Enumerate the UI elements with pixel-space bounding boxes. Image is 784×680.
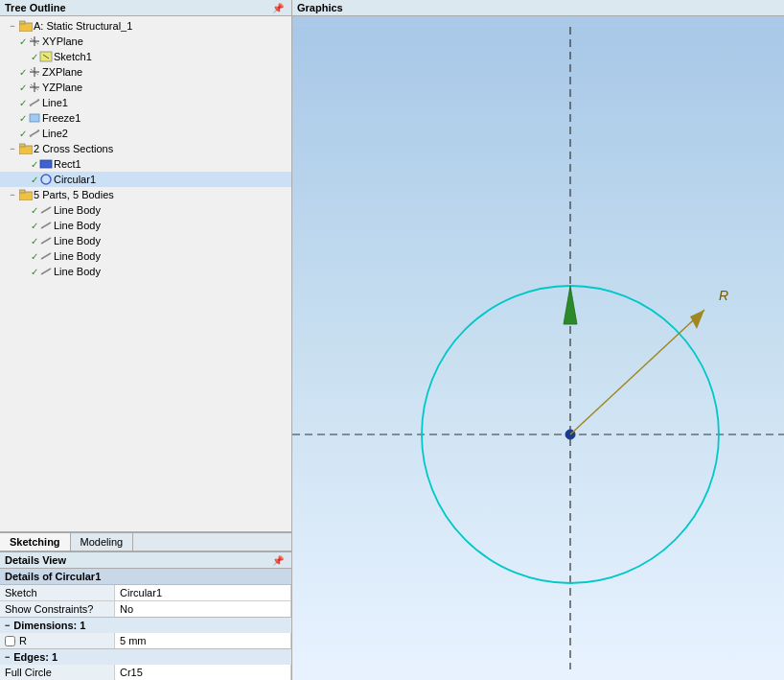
- details-panel: Details View 📌 Details of Circular1 Sket…: [0, 551, 291, 680]
- tree-label-body1: Line Body: [54, 204, 101, 216]
- svg-point-23: [41, 175, 51, 184]
- tree-item-body2[interactable]: ✓ Line Body: [0, 218, 291, 233]
- check-body4: ✓: [31, 251, 38, 262]
- tree-label-line2: Line2: [42, 128, 68, 139]
- tree-item-line1[interactable]: ✓ Line1: [0, 95, 291, 110]
- tree-label-body4: Line Body: [54, 250, 101, 262]
- graphics-svg[interactable]: R: [292, 16, 784, 680]
- line-icon-2: [27, 127, 42, 140]
- body-icon-2: [38, 219, 54, 232]
- check-body2: ✓: [31, 221, 38, 231]
- details-section-title: Details of Circular1: [0, 569, 291, 584]
- radius-label: R: [719, 288, 728, 303]
- details-edges-header[interactable]: − Edges: 1: [0, 649, 291, 665]
- tree-item-line2[interactable]: ✓ Line2: [0, 126, 291, 141]
- graphics-title: Graphics: [297, 2, 343, 13]
- tree-label-xyplane: XYPlane: [42, 35, 83, 47]
- tree-label-body2: Line Body: [54, 220, 101, 231]
- expand-edges-icon: −: [5, 652, 10, 662]
- details-header: Details View 📌: [0, 552, 291, 569]
- details-pin-btn[interactable]: 📌: [269, 555, 287, 566]
- plane-icon-yz: [27, 81, 42, 94]
- check-body1: ✓: [31, 205, 38, 216]
- svg-line-27: [41, 223, 51, 228]
- details-dimensions-header[interactable]: − Dimensions: 1: [0, 618, 291, 633]
- svg-line-29: [41, 253, 51, 259]
- svg-rect-31: [292, 27, 784, 669]
- body-icon-3: [38, 234, 54, 247]
- details-edges-label: Edges: 1: [13, 651, 58, 663]
- body-icon-4: [38, 249, 54, 263]
- details-value-constraints[interactable]: No: [115, 601, 291, 617]
- line-icon-1: [27, 96, 42, 109]
- tree-label-line1: Line1: [42, 97, 68, 108]
- svg-rect-25: [19, 190, 25, 193]
- folder-icon-crosssections: [18, 142, 34, 155]
- details-label-sketch: Sketch: [0, 585, 115, 600]
- expand-icon-parts[interactable]: −: [8, 190, 17, 199]
- tree-item-sketch1[interactable]: ✓ Sketch1: [0, 49, 291, 64]
- tree-item-crosssections[interactable]: − 2 Cross Sections: [0, 141, 291, 156]
- details-row-constraints: Show Constraints? No: [0, 601, 291, 617]
- R-checkbox[interactable]: [5, 636, 15, 646]
- tab-modeling[interactable]: Modeling: [71, 533, 134, 551]
- tree-item-freeze1[interactable]: ✓ Freeze1: [0, 110, 291, 126]
- folder-icon-root: [18, 19, 34, 33]
- tree-item-body3[interactable]: ✓ Line Body: [0, 233, 291, 248]
- graphics-header: Graphics: [292, 0, 784, 16]
- tree-label-sketch1: Sketch1: [54, 51, 92, 62]
- details-group-edges: − Edges: 1 Full Circle Cr15: [0, 648, 291, 680]
- circ-icon: [38, 173, 54, 186]
- tree-label-circular1: Circular1: [54, 174, 96, 185]
- tree-item-xyplane[interactable]: ✓ XYPlane: [0, 34, 291, 49]
- tree-label-freeze1: Freeze1: [42, 112, 81, 124]
- check-zxplane: ✓: [19, 67, 27, 78]
- svg-rect-1: [19, 21, 25, 24]
- plane-icon-zx: [27, 65, 42, 79]
- svg-line-30: [41, 269, 51, 274]
- check-freeze1: ✓: [19, 113, 27, 124]
- body-icon-5: [38, 265, 54, 278]
- tree-item-rect1[interactable]: ✓ Rect1: [0, 156, 291, 172]
- tree-label-rect1: Rect1: [54, 158, 81, 170]
- details-value-R[interactable]: 5 mm: [115, 633, 291, 648]
- tree-outline-title: Tree Outline: [5, 2, 66, 13]
- tree-label-body5: Line Body: [54, 266, 101, 277]
- details-group-dimensions: − Dimensions: 1 R 5 mm: [0, 617, 291, 648]
- tree-item-body4[interactable]: ✓ Line Body: [0, 248, 291, 264]
- check-rect1: ✓: [31, 159, 38, 170]
- tree-outline-pin-btn[interactable]: 📌: [269, 3, 287, 13]
- svg-line-26: [41, 207, 51, 213]
- tree-item-zxplane[interactable]: ✓ ZXPlane: [0, 64, 291, 80]
- details-dimensions-label: Dimensions: 1: [13, 620, 85, 631]
- expand-icon-root[interactable]: −: [8, 21, 17, 31]
- details-value-fullcircle[interactable]: Cr15: [115, 665, 291, 680]
- svg-rect-22: [40, 160, 52, 168]
- details-content: Details of Circular1 Sketch Circular1 Sh…: [0, 569, 291, 680]
- tab-sketching[interactable]: Sketching: [0, 533, 71, 551]
- details-row-R: R 5 mm: [0, 633, 291, 648]
- svg-line-17: [30, 130, 39, 136]
- details-row-fullcircle: Full Circle Cr15: [0, 665, 291, 680]
- tree-item-root[interactable]: − A: Static Structural_1: [0, 18, 291, 34]
- tree-item-circular1[interactable]: ✓ Circular1: [0, 172, 291, 187]
- tree-label-body3: Line Body: [54, 235, 101, 246]
- check-body5: ✓: [31, 267, 38, 277]
- expand-icon-crosssections[interactable]: −: [8, 144, 17, 153]
- tree-item-yzplane[interactable]: ✓ YZPlane: [0, 80, 291, 95]
- tree-label-crosssections: 2 Cross Sections: [34, 143, 113, 154]
- tree-item-body5[interactable]: ✓ Line Body: [0, 264, 291, 279]
- tree-label-root: A: Static Structural_1: [34, 20, 132, 32]
- check-line1: ✓: [19, 98, 27, 108]
- tree-item-parts[interactable]: − 5 Parts, 5 Bodies: [0, 187, 291, 202]
- tree-item-body1[interactable]: ✓ Line Body: [0, 202, 291, 218]
- details-value-sketch[interactable]: Circular1: [115, 585, 291, 600]
- svg-rect-21: [19, 144, 25, 147]
- check-xyplane: ✓: [19, 36, 27, 47]
- graphics-content[interactable]: R: [292, 16, 784, 680]
- expand-dimensions-icon: −: [5, 621, 10, 630]
- details-title: Details View: [5, 554, 66, 566]
- freeze-icon: [27, 111, 42, 125]
- svg-rect-16: [30, 114, 39, 122]
- tab-bar: Sketching Modeling: [0, 532, 291, 551]
